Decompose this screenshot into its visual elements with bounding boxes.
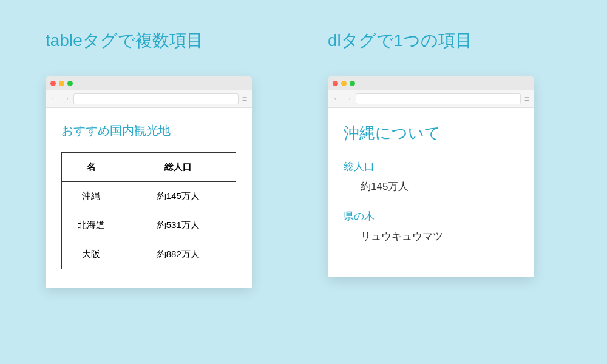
content-right: 沖縄について 総人口 約145万人 県の木 リュウキュウマツ: [328, 108, 534, 277]
minimize-icon: [341, 81, 347, 86]
cell-name: 大阪: [62, 240, 121, 269]
dl-definition: リュウキュウマツ: [361, 229, 518, 243]
table-header-row: 名 総人口: [62, 153, 236, 182]
browser-mockup-left: ← → ≡ おすすめ国内観光地 名 総人口 沖縄 約145万人 北海道 約531…: [46, 76, 252, 288]
minimize-icon: [59, 81, 64, 86]
maximize-icon: [350, 81, 355, 86]
right-section: dlタグで1つの項目 ← → ≡ 沖縄について 総人口 約145万人 県の木 リ…: [328, 29, 534, 277]
cell-population: 約145万人: [121, 182, 236, 211]
left-section: tableタグで複数項目 ← → ≡ おすすめ国内観光地 名 総人口 沖縄 約1…: [46, 29, 252, 288]
table-row: 沖縄 約145万人: [62, 182, 236, 211]
maximize-icon: [67, 81, 73, 86]
address-bar: [73, 93, 239, 104]
back-icon: ←: [50, 94, 58, 103]
forward-icon: →: [344, 94, 352, 103]
data-table: 名 総人口 沖縄 約145万人 北海道 約531万人 大阪 約882万人: [61, 152, 236, 269]
table-row: 北海道 約531万人: [62, 211, 236, 240]
forward-icon: →: [62, 94, 70, 103]
definition-list: 総人口 約145万人 県の木 リュウキュウマツ: [344, 160, 518, 243]
cell-name: 北海道: [62, 211, 121, 240]
menu-icon: ≡: [524, 94, 529, 104]
toolbar: ← → ≡: [46, 90, 252, 108]
close-icon: [333, 81, 338, 86]
dl-term: 総人口: [344, 160, 518, 174]
dl-definition: 約145万人: [361, 180, 518, 194]
cell-population: 約882万人: [121, 240, 236, 269]
content-left: おすすめ国内観光地 名 総人口 沖縄 約145万人 北海道 約531万人 大阪 …: [46, 108, 252, 288]
cell-name: 沖縄: [62, 182, 121, 211]
dl-term: 県の木: [344, 209, 518, 223]
menu-icon: ≡: [242, 94, 247, 104]
th-population: 総人口: [121, 153, 236, 182]
cell-population: 約531万人: [121, 211, 236, 240]
browser-mockup-right: ← → ≡ 沖縄について 総人口 約145万人 県の木 リュウキュウマツ: [328, 76, 534, 277]
address-bar: [356, 93, 521, 104]
right-heading: dlタグで1つの項目: [328, 29, 534, 52]
close-icon: [50, 81, 56, 86]
toolbar: ← → ≡: [328, 90, 534, 108]
table-row: 大阪 約882万人: [62, 240, 236, 269]
content-title: 沖縄について: [344, 123, 518, 144]
th-name: 名: [62, 153, 121, 182]
back-icon: ←: [333, 94, 341, 103]
content-title: おすすめ国内観光地: [61, 123, 236, 139]
titlebar: [46, 76, 252, 90]
titlebar: [328, 76, 534, 90]
left-heading: tableタグで複数項目: [46, 29, 252, 52]
